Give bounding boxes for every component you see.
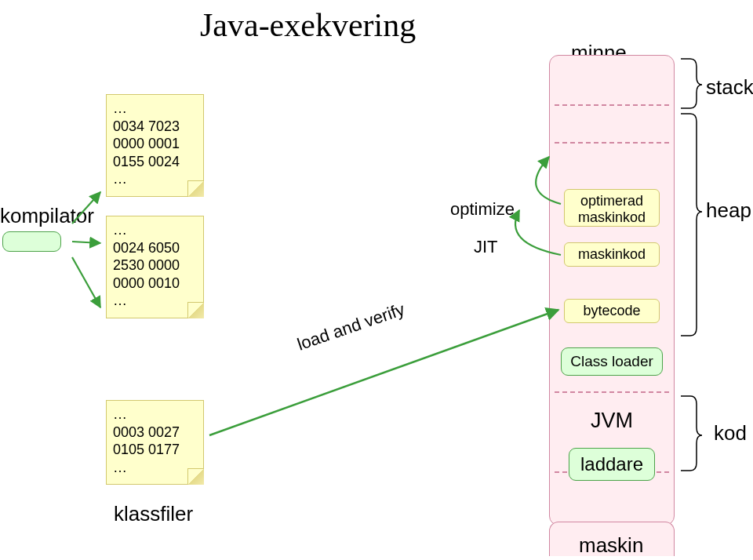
note-text: 0003 0027 (113, 424, 197, 442)
note-text: 0000 0001 (113, 135, 197, 153)
load-verify-label: load and verify (295, 299, 408, 355)
optimize-label: optimize (450, 199, 515, 220)
note-text: 2530 0000 (113, 256, 197, 275)
note-text: 0155 0024 (113, 153, 197, 171)
memory-divider (555, 391, 669, 393)
kod-label: kod (714, 421, 747, 445)
bracket-heap (681, 114, 702, 336)
bracket-stack (681, 59, 702, 108)
memory-divider (555, 104, 669, 106)
note-text: … (113, 221, 197, 239)
class-loader-block: Class loader (561, 347, 663, 376)
classfile-1: … 0034 7023 0000 0001 0155 0024 … (106, 94, 204, 197)
note-text: 0024 6050 (113, 239, 197, 257)
memory-divider (555, 142, 669, 144)
note-text: … (113, 459, 197, 477)
note-text: 0000 0010 (113, 275, 197, 293)
kompilator-label: kompilator (0, 204, 94, 228)
optimized-code-block: optimerad maskinkod (564, 189, 660, 227)
source-box (2, 231, 61, 252)
classfile-3: … 0003 0027 0105 0177 … (106, 400, 204, 485)
heap-label: heap (706, 198, 751, 223)
memory-column: optimerad maskinkod maskinkod bytecode C… (549, 55, 675, 525)
note-text: … (113, 100, 197, 118)
arrow-compile-2 (72, 242, 100, 243)
jit-label: JIT (474, 237, 498, 257)
machine-code-block: maskinkod (564, 242, 660, 267)
note-text: … (113, 405, 197, 424)
laddare-block: laddare (569, 448, 655, 481)
arrow-load-verify (209, 310, 558, 435)
klassfiler-label: klassfiler (114, 502, 193, 526)
page-title: Java-exekvering (200, 6, 416, 44)
classfile-2: … 0024 6050 2530 0000 0000 0010 … (106, 216, 204, 318)
jvm-label: JVM (580, 409, 644, 433)
bracket-kod (681, 396, 702, 471)
maskin-label: maskin (579, 533, 643, 558)
note-text: … (113, 170, 197, 188)
arrow-compile-3 (72, 257, 100, 307)
note-text: 0034 7023 (113, 118, 197, 136)
stack-label: stack (706, 75, 753, 100)
note-text: 0105 0177 (113, 441, 197, 459)
bytecode-block: bytecode (564, 299, 660, 323)
note-text: … (113, 292, 197, 310)
